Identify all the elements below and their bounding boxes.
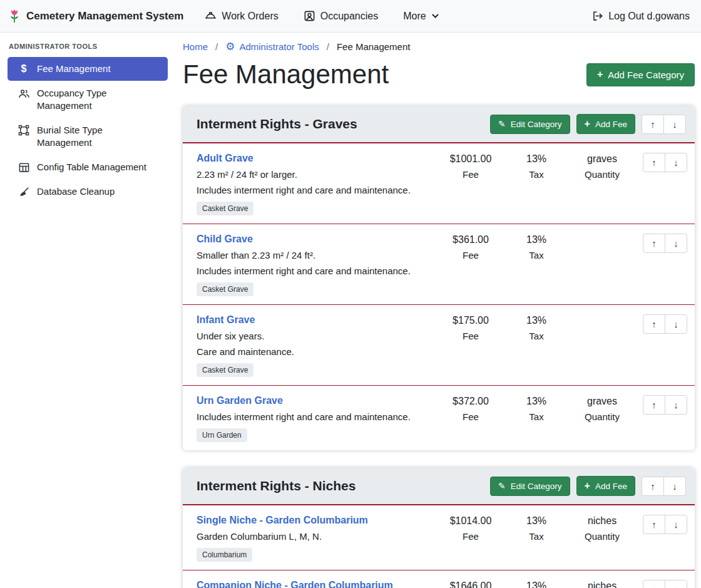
fee-quantity-cell bbox=[568, 314, 637, 319]
main-nav: Work Orders Occupancies More bbox=[205, 10, 439, 22]
fee-description: Includes interment right and care and ma… bbox=[197, 266, 431, 276]
edit-category-button[interactable]: ✎ Edit Category bbox=[490, 477, 570, 496]
move-fee-down-button[interactable]: ↓ bbox=[665, 314, 687, 334]
fee-label: Fee bbox=[436, 250, 505, 260]
sidebar-item-fee-management[interactable]: $ Fee Management bbox=[8, 57, 168, 81]
move-fee-up-button[interactable]: ↑ bbox=[643, 515, 665, 534]
table-icon bbox=[18, 162, 30, 173]
move-fee-down-button[interactable]: ↓ bbox=[665, 580, 687, 588]
chevron-down-icon bbox=[431, 12, 439, 20]
fee-name-link[interactable]: Urn Garden Grave bbox=[197, 395, 283, 406]
move-fee-down-button[interactable]: ↓ bbox=[665, 153, 687, 172]
breadcrumb-admin-tools-link[interactable]: ⚙ Administrator Tools bbox=[225, 41, 319, 52]
tax-value: 13% bbox=[505, 315, 568, 326]
fee-name-link[interactable]: Single Niche - Garden Columbarium bbox=[197, 515, 368, 526]
logout-link[interactable]: Log Out d.gowans bbox=[591, 10, 690, 22]
move-fee-up-button[interactable]: ↑ bbox=[643, 395, 665, 415]
pencil-icon: ✎ bbox=[498, 482, 506, 490]
add-fee-category-button[interactable]: + Add Fee Category bbox=[586, 63, 695, 86]
tax-value: 13% bbox=[505, 234, 568, 245]
move-fee-down-button[interactable]: ↓ bbox=[665, 515, 687, 534]
tax-value: 13% bbox=[505, 396, 568, 407]
fee-amount: $361.00 bbox=[436, 234, 505, 245]
sidebar-item-label: Occupancy Type Management bbox=[37, 87, 159, 112]
move-fee-down-button[interactable]: ↓ bbox=[665, 395, 687, 415]
quantity-label: Quantity bbox=[568, 411, 637, 422]
occupancies-icon bbox=[304, 10, 315, 22]
sidebar-item-database-cleanup[interactable]: Database Cleanup bbox=[8, 180, 168, 204]
fee-name-link[interactable]: Companion Niche - Garden Columbarium bbox=[197, 580, 393, 588]
breadcrumb-admin-tools-label: Administrator Tools bbox=[239, 41, 319, 52]
move-fee-down-button[interactable]: ↓ bbox=[665, 234, 687, 253]
nav-more[interactable]: More bbox=[403, 11, 439, 22]
fee-row: Child Grave Smaller than 2.23 m² / 24 ft… bbox=[183, 224, 695, 305]
sidebar-heading: ADMINISTRATOR TOOLS bbox=[0, 38, 175, 56]
fee-amount-cell: $175.00 Fee bbox=[436, 314, 505, 341]
move-fee-up-button[interactable]: ↑ bbox=[643, 580, 665, 588]
sidebar-item-occupancy-type-management[interactable]: Occupancy Type Management bbox=[8, 81, 168, 118]
tax-label: Tax bbox=[505, 250, 568, 260]
fee-row: Companion Niche - Garden Columbarium Gar… bbox=[183, 570, 695, 588]
dollar-icon: $ bbox=[18, 63, 30, 75]
category-header: Interment Rights - Graves ✎ Edit Categor… bbox=[183, 106, 695, 143]
sidebar-item-config-table-management[interactable]: Config Table Management bbox=[8, 155, 168, 179]
fee-type-badge: Urn Garden bbox=[197, 428, 247, 442]
plus-icon: + bbox=[585, 119, 590, 129]
move-category-up-button[interactable]: ↑ bbox=[642, 477, 664, 496]
fee-category-card-graves: Interment Rights - Graves ✎ Edit Categor… bbox=[183, 106, 695, 450]
move-category-up-button[interactable]: ↑ bbox=[642, 115, 664, 134]
fee-name-link[interactable]: Child Grave bbox=[197, 234, 253, 245]
edit-category-button[interactable]: ✎ Edit Category bbox=[490, 115, 570, 134]
tulip-logo-icon bbox=[8, 9, 21, 24]
fee-description: Garden Columbarium L, M, N. bbox=[197, 531, 431, 542]
fee-amount-cell: $361.00 Fee bbox=[436, 234, 505, 260]
fee-tax-cell: 13% Tax bbox=[505, 580, 568, 588]
fee-reorder-group: ↑ ↓ bbox=[643, 153, 687, 172]
fee-name-link[interactable]: Infant Grave bbox=[197, 314, 255, 326]
fee-amount-cell: $1014.00 Fee bbox=[436, 515, 505, 542]
fee-type-badge: Casket Grave bbox=[197, 363, 253, 377]
sidebar-item-burial-site-type-management[interactable]: Burial Site Type Management bbox=[8, 118, 168, 155]
fee-label: Fee bbox=[436, 331, 505, 341]
fee-label: Fee bbox=[436, 169, 505, 180]
fee-amount-cell: $1001.00 Fee bbox=[436, 153, 505, 180]
move-fee-up-button[interactable]: ↑ bbox=[643, 234, 665, 253]
fee-name-link[interactable]: Adult Grave bbox=[197, 153, 253, 164]
people-icon bbox=[18, 88, 30, 100]
tax-value: 13% bbox=[505, 515, 568, 527]
move-fee-up-button[interactable]: ↑ bbox=[643, 153, 665, 172]
fee-type-badge: Casket Grave bbox=[197, 282, 253, 296]
add-fee-button[interactable]: + Add Fee bbox=[576, 476, 635, 496]
fee-tax-cell: 13% Tax bbox=[505, 234, 568, 260]
move-fee-up-button[interactable]: ↑ bbox=[643, 314, 665, 334]
fee-reorder-group: ↑ ↓ bbox=[643, 580, 687, 588]
fee-amount: $1001.00 bbox=[436, 153, 505, 165]
fee-description: Care and maintenance. bbox=[197, 346, 431, 357]
breadcrumb-current: Fee Management bbox=[337, 41, 411, 52]
fee-reorder-group: ↑ ↓ bbox=[643, 515, 687, 534]
fee-amount: $175.00 bbox=[436, 315, 505, 326]
page-title: Fee Management bbox=[183, 59, 389, 90]
nav-more-label: More bbox=[403, 11, 426, 22]
quantity-label: Quantity bbox=[568, 531, 637, 542]
logout-label: Log Out d.gowans bbox=[608, 11, 690, 22]
breadcrumb-home-link[interactable]: Home bbox=[183, 41, 208, 52]
brand-title: Cemetery Management System bbox=[26, 10, 183, 23]
add-fee-button[interactable]: + Add Fee bbox=[576, 114, 635, 134]
brand-link[interactable]: Cemetery Management System bbox=[8, 9, 183, 24]
nav-occupancies[interactable]: Occupancies bbox=[304, 10, 379, 22]
fee-quantity-cell: graves Quantity bbox=[568, 153, 637, 180]
fee-row: Single Niche - Garden Columbarium Garden… bbox=[183, 505, 695, 570]
vector-square-icon bbox=[18, 125, 30, 136]
move-category-down-button[interactable]: ↓ bbox=[663, 115, 686, 134]
fee-tax-cell: 13% Tax bbox=[505, 153, 568, 180]
fee-label: Fee bbox=[436, 531, 505, 542]
move-category-down-button[interactable]: ↓ bbox=[663, 477, 686, 496]
logout-icon bbox=[591, 10, 603, 22]
fee-tax-cell: 13% Tax bbox=[505, 314, 568, 341]
fee-row: Urn Garden Grave Includes interment righ… bbox=[183, 386, 695, 450]
nav-work-orders[interactable]: Work Orders bbox=[205, 10, 278, 22]
top-navbar: Cemetery Management System Work Orders bbox=[0, 0, 701, 33]
tax-label: Tax bbox=[505, 331, 568, 341]
fee-amount: $372.00 bbox=[436, 396, 505, 407]
